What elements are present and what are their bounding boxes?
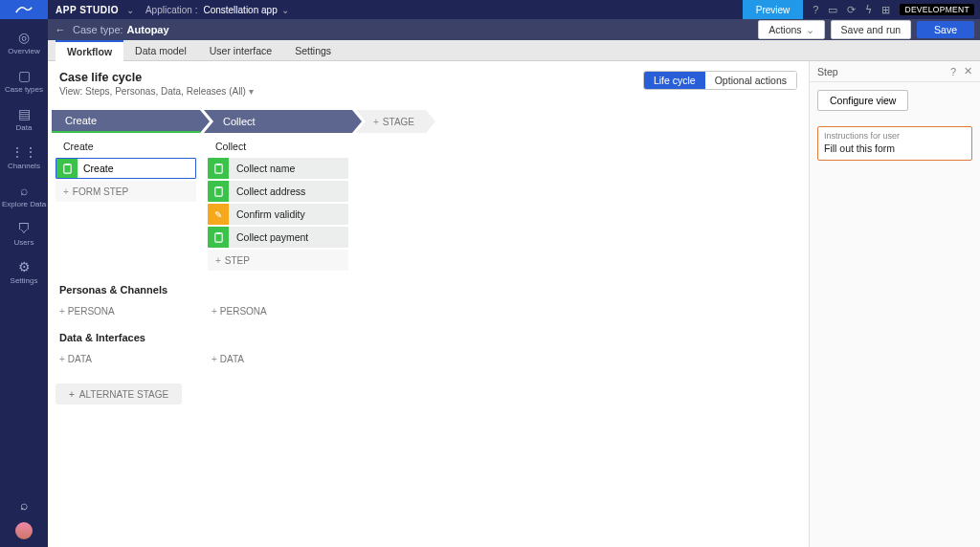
process-header-collect: Collect	[204, 133, 352, 158]
svg-rect-2	[214, 164, 221, 172]
configure-view-button[interactable]: Configure view	[817, 90, 908, 111]
svg-rect-7	[216, 232, 220, 234]
nav-case-types[interactable]: ▢Case types	[0, 63, 48, 101]
tab-bar: Workflow Data model User interface Setti…	[48, 40, 980, 61]
personas-heading: Personas & Channels	[59, 284, 797, 295]
form-icon	[208, 158, 229, 179]
overview-icon: ◎	[0, 30, 48, 45]
help-icon[interactable]: ?	[813, 4, 818, 15]
plus-icon: +	[59, 354, 65, 364]
save-button[interactable]: Save	[917, 21, 974, 38]
tab-user-interface[interactable]: User interface	[198, 40, 283, 61]
add-stage-button[interactable]: +STAGE	[356, 110, 426, 133]
instructions-value: Fill out this form	[824, 142, 966, 154]
plus-icon: +	[63, 186, 69, 197]
nav-overview[interactable]: ◎Overview	[0, 25, 48, 63]
plus-icon: +	[59, 306, 65, 317]
plus-icon: +	[212, 354, 217, 364]
instructions-field[interactable]: Instructions for user Fill out this form	[817, 126, 972, 161]
add-form-step[interactable]: +FORM STEP	[56, 181, 196, 202]
nav-settings[interactable]: ⚙Settings	[0, 254, 48, 293]
svg-rect-3	[216, 164, 220, 165]
add-persona-2[interactable]: +PERSONA	[212, 306, 267, 317]
plus-icon: +	[215, 255, 221, 266]
page-title: Case life cycle	[59, 71, 254, 84]
users-icon: ⛉	[0, 221, 48, 236]
seg-optional-actions[interactable]: Optional actions	[705, 72, 796, 89]
case-types-icon: ▢	[0, 68, 48, 83]
right-panel: Step ? ✕ Configure view Instructions for…	[809, 61, 980, 547]
search-icon[interactable]: ⌕	[0, 497, 48, 513]
step-create[interactable]: 🗑	[56, 158, 196, 179]
data-heading: Data & Interfaces	[59, 332, 797, 343]
actions-button[interactable]: Actions⌄	[758, 20, 824, 39]
tab-workflow[interactable]: Workflow	[56, 40, 123, 61]
chevron-down-icon: ▾	[249, 86, 254, 97]
nav-data[interactable]: ▤Data	[0, 101, 48, 140]
svg-rect-6	[214, 232, 221, 241]
tab-data-model[interactable]: Data model	[123, 40, 198, 61]
application-value: Constellation app	[203, 5, 277, 15]
svg-rect-1	[65, 164, 69, 165]
step-collect-name[interactable]: Collect name	[208, 158, 348, 179]
form-icon	[208, 227, 229, 248]
add-persona-1[interactable]: +PERSONA	[59, 306, 115, 317]
add-alternate-stage[interactable]: +ALTERNATE STAGE	[56, 383, 182, 405]
step-name-input[interactable]	[78, 159, 196, 178]
left-nav: ◎Overview ▢Case types ▤Data ⋮⋮Channels ⌕…	[0, 19, 48, 547]
channels-icon: ⋮⋮	[0, 144, 48, 160]
data-icon: ▤	[0, 106, 48, 121]
svg-rect-4	[214, 186, 221, 195]
environment-badge: DEVELOPMENT	[900, 4, 974, 15]
user-avatar[interactable]	[15, 522, 33, 539]
canvas: Case life cycle View: Steps, Personas, D…	[48, 61, 809, 547]
add-data-1[interactable]: +DATA	[59, 354, 92, 364]
case-type-label: Case type:	[73, 24, 123, 35]
app-studio-dropdown-icon[interactable]: ⌄	[126, 5, 134, 15]
refresh-icon[interactable]: ⟳	[847, 4, 856, 16]
stage-create: Create Create 🗑 +FORM STEP	[52, 110, 200, 202]
view-toggle: Life cycle Optional actions	[643, 71, 797, 90]
automation-icon: ✎	[208, 204, 229, 225]
save-and-run-button[interactable]: Save and run	[831, 20, 911, 39]
explore-data-icon: ⌕	[0, 183, 48, 198]
pega-logo	[0, 0, 48, 19]
app-studio-label: APP STUDIO	[48, 5, 126, 15]
stage-header-create[interactable]: Create	[52, 110, 200, 133]
close-icon[interactable]: ✕	[964, 65, 972, 77]
stage-collect: Collect Collect Collect name Collect add…	[204, 110, 352, 271]
seg-life-cycle[interactable]: Life cycle	[644, 72, 705, 89]
stage-header-collect[interactable]: Collect	[204, 110, 352, 133]
svg-rect-5	[216, 186, 220, 188]
process-header-create: Create	[52, 133, 200, 158]
help-icon[interactable]: ?	[950, 66, 956, 77]
back-button[interactable]: ←	[48, 24, 73, 35]
plus-icon: +	[69, 389, 75, 400]
form-icon	[56, 158, 78, 179]
settings-icon: ⚙	[0, 259, 48, 274]
grid-icon[interactable]: ⊞	[881, 4, 890, 16]
right-panel-title: Step	[817, 66, 838, 77]
application-label: Application :	[145, 5, 197, 15]
step-collect-address[interactable]: Collect address	[208, 181, 348, 202]
view-filter[interactable]: View: Steps, Personas, Data, Releases (A…	[59, 86, 254, 97]
plus-icon: +	[212, 306, 217, 317]
svg-rect-0	[63, 164, 70, 172]
nav-users[interactable]: ⛉Users	[0, 216, 48, 254]
tab-settings[interactable]: Settings	[283, 40, 343, 61]
instructions-label: Instructions for user	[824, 131, 966, 141]
step-confirm-validity[interactable]: ✎Confirm validity	[208, 204, 348, 225]
add-data-2[interactable]: +DATA	[212, 354, 244, 364]
form-icon	[208, 181, 229, 202]
bolt-icon[interactable]: ϟ	[865, 4, 872, 16]
plus-icon: +	[373, 117, 379, 127]
add-step[interactable]: +STEP	[208, 250, 348, 271]
nav-channels[interactable]: ⋮⋮Channels	[0, 140, 48, 178]
step-collect-payment[interactable]: Collect payment	[208, 227, 348, 248]
nav-explore-data[interactable]: ⌕Explore Data	[0, 178, 48, 216]
chat-icon[interactable]: ▭	[828, 4, 837, 16]
preview-button[interactable]: Preview	[743, 0, 804, 19]
application-dropdown-icon[interactable]: ⌄	[281, 5, 289, 15]
case-type-value: Autopay	[127, 24, 169, 35]
